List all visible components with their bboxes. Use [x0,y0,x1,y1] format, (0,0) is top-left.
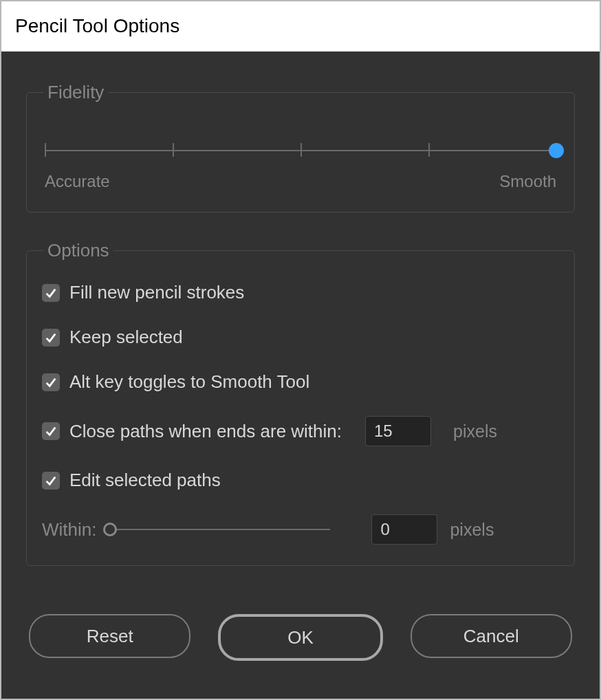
fidelity-thumb[interactable] [549,143,564,158]
fidelity-legend: Fidelity [43,82,108,103]
check-icon [45,331,57,344]
fidelity-tick [428,143,430,157]
fidelity-label-smooth: Smooth [499,172,556,191]
ok-button[interactable]: OK [218,614,382,661]
reset-button-label: Reset [87,626,133,647]
check-icon [45,474,57,487]
reset-button[interactable]: Reset [29,614,190,658]
input-within-value[interactable]: 0 [371,514,437,545]
check-icon [45,376,57,389]
fidelity-tick [45,143,46,157]
pencil-tool-options-dialog: Pencil Tool Options Fidelity Accurate Sm… [0,0,601,700]
dialog-titlebar: Pencil Tool Options [1,1,600,52]
fidelity-tick [300,143,302,157]
fidelity-slider[interactable] [45,138,556,165]
options-group: Options Fill new pencil strokes Keep sel… [26,240,575,566]
close-paths-value-text: 15 [374,422,393,441]
checkbox-alt-smooth[interactable] [42,373,60,391]
dialog-body: Fidelity Accurate Smooth Options [1,52,600,699]
checkbox-close-paths[interactable] [42,422,60,440]
checkbox-edit-selected[interactable] [42,472,60,490]
unit-close-paths: pixels [453,422,497,441]
check-icon [45,425,57,437]
within-track-line [110,529,330,530]
dialog-title: Pencil Tool Options [15,15,179,37]
within-value-text: 0 [380,520,389,539]
checkbox-fill-strokes[interactable] [42,284,60,302]
label-within: Within: [42,519,96,540]
checkbox-keep-selected[interactable] [42,329,60,347]
label-alt-smooth: Alt key toggles to Smooth Tool [69,371,309,393]
cancel-button-label: Cancel [463,626,519,647]
ok-button-label: OK [287,627,314,648]
options-legend: Options [43,240,113,261]
unit-within: pixels [450,520,494,540]
label-edit-selected: Edit selected paths [69,470,221,491]
check-icon [45,287,57,299]
fidelity-tick [173,143,174,157]
cancel-button[interactable]: Cancel [411,614,572,658]
fidelity-group: Fidelity Accurate Smooth [26,82,575,212]
dialog-footer: Reset OK Cancel [26,593,575,661]
input-close-paths-value[interactable]: 15 [365,416,431,446]
within-thumb[interactable] [103,523,117,536]
within-slider[interactable] [103,523,330,536]
fidelity-label-accurate: Accurate [45,172,110,191]
label-close-paths: Close paths when ends are within: [69,421,342,442]
label-keep-selected: Keep selected [69,327,183,348]
label-fill-strokes: Fill new pencil strokes [69,282,244,303]
